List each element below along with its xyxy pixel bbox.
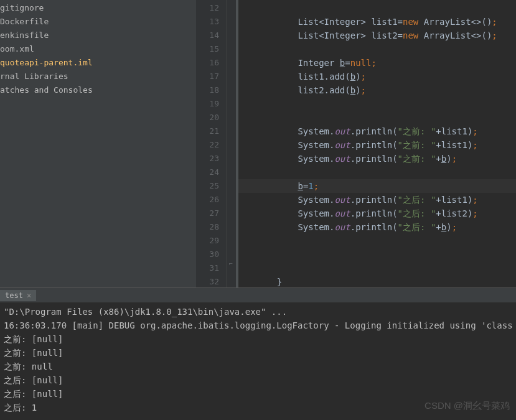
close-icon[interactable]: ×	[27, 291, 31, 300]
line-number: 31	[196, 261, 219, 275]
code-line[interactable]: Integer b=null;	[238, 56, 516, 70]
console-line: 之前: null	[4, 360, 512, 373]
console-line: 之前: [null]	[4, 332, 512, 346]
run-tab-test[interactable]: test ×	[0, 290, 36, 301]
line-number: 13	[196, 15, 219, 29]
project-tree[interactable]: gitignoreDockerfileenkinsfileoom.xmlquot…	[0, 0, 196, 287]
line-number: 20	[196, 111, 219, 124]
console-line: 之前: [null]	[4, 346, 512, 360]
run-tab-label: test	[5, 291, 23, 300]
line-number: 29	[196, 234, 219, 248]
fold-column: ⌐	[227, 0, 236, 287]
code-line[interactable]	[238, 42, 516, 56]
line-number: 21	[196, 124, 219, 138]
tree-item[interactable]: enkinsfile	[0, 29, 196, 42]
code-line[interactable]: List<Integer> list2=new ArrayList<>();	[238, 29, 516, 42]
line-number: 12	[196, 1, 219, 15]
line-gutter: 1213141516171819202122232425262728293031…	[196, 0, 227, 287]
code-line[interactable]: System.out.println("之前: "+b);	[238, 152, 516, 166]
line-number: 30	[196, 248, 219, 261]
line-number: 15	[196, 42, 219, 56]
console-output[interactable]: "D:\Program Files (x86)\jdk1.8.0_131\bin…	[0, 302, 516, 420]
code-line[interactable]: b=1;	[238, 179, 516, 193]
line-number: 27	[196, 207, 219, 220]
line-number: 22	[196, 138, 219, 152]
line-number: 17	[196, 70, 219, 83]
code-line[interactable]: System.out.println("之后: "+list2);	[238, 207, 516, 220]
tree-item[interactable]: quoteapi-parent.iml	[0, 56, 196, 70]
tree-item[interactable]: rnal Libraries	[0, 70, 196, 83]
code-line[interactable]	[238, 261, 516, 275]
line-number: 19	[196, 97, 219, 111]
code-line[interactable]: System.out.println("之后: "+list1);	[238, 193, 516, 207]
line-number: 23	[196, 152, 219, 166]
code-line[interactable]	[238, 166, 516, 179]
code-line[interactable]: }	[238, 275, 516, 287]
code-line[interactable]: list1.add(b);	[238, 70, 516, 83]
line-number: 32	[196, 275, 219, 289]
watermark: CSDN @洞幺号菜鸡	[425, 399, 510, 413]
console-line: "D:\Program Files (x86)\jdk1.8.0_131\bin…	[4, 305, 512, 319]
run-tabs: test ×	[0, 287, 516, 302]
fold-end-icon: ⌐	[229, 260, 233, 267]
line-number: 16	[196, 56, 219, 70]
line-number: 26	[196, 193, 219, 207]
code-line[interactable]: System.out.println("之前: "+list1);	[238, 138, 516, 152]
code-line[interactable]: list2.add(b);	[238, 83, 516, 97]
tree-item[interactable]: atches and Consoles	[0, 83, 196, 97]
line-number: 14	[196, 29, 219, 42]
console-line: 之后: [null]	[4, 373, 512, 387]
line-number: 25	[196, 179, 219, 193]
code-line[interactable]: System.out.println("之后: "+b);	[238, 220, 516, 234]
tree-item[interactable]: gitignore	[0, 1, 196, 15]
code-line[interactable]	[238, 1, 516, 15]
line-number: 28	[196, 220, 219, 234]
code-line[interactable]	[238, 248, 516, 261]
code-line[interactable]	[238, 234, 516, 248]
tree-item[interactable]: oom.xml	[0, 42, 196, 56]
line-number: 24	[196, 166, 219, 179]
code-line[interactable]	[238, 111, 516, 124]
code-line[interactable]	[238, 97, 516, 111]
line-number: 18	[196, 83, 219, 97]
code-editor[interactable]: List<Integer> list1=new ArrayList<>(); L…	[236, 0, 516, 287]
console-line: 16:36:03.170 [main] DEBUG org.apache.iba…	[4, 319, 512, 332]
tree-item[interactable]: Dockerfile	[0, 15, 196, 29]
code-line[interactable]: List<Integer> list1=new ArrayList<>();	[238, 15, 516, 29]
code-line[interactable]: System.out.println("之前: "+list1);	[238, 124, 516, 138]
